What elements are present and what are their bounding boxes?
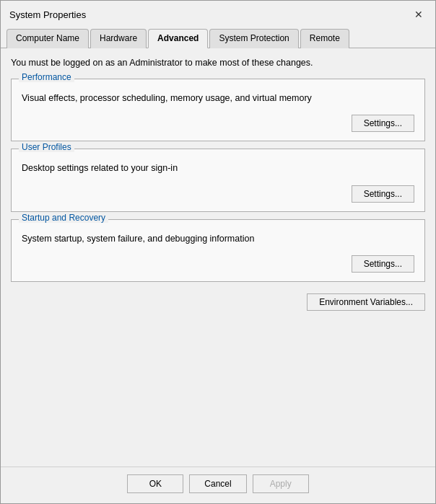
user-profiles-description: Desktop settings related to your sign-in xyxy=(22,162,414,175)
title-bar: System Properties ✕ xyxy=(1,1,435,25)
tab-bar: Computer Name Hardware Advanced System P… xyxy=(1,25,435,48)
close-button[interactable]: ✕ xyxy=(411,6,427,22)
startup-recovery-settings-button[interactable]: Settings... xyxy=(352,255,414,273)
performance-description: Visual effects, processor scheduling, me… xyxy=(22,92,414,105)
cancel-button[interactable]: Cancel xyxy=(189,474,246,493)
system-properties-window: System Properties ✕ Computer Name Hardwa… xyxy=(0,0,436,504)
tab-remote[interactable]: Remote xyxy=(300,29,349,48)
performance-legend: Performance xyxy=(19,72,74,82)
startup-recovery-legend: Startup and Recovery xyxy=(19,213,108,223)
startup-recovery-section: Startup and Recovery System startup, sys… xyxy=(11,219,425,283)
tab-computer-name[interactable]: Computer Name xyxy=(6,29,89,48)
window-title: System Properties xyxy=(9,9,86,20)
env-variables-row: Environment Variables... xyxy=(11,293,425,311)
tab-hardware[interactable]: Hardware xyxy=(90,29,147,48)
environment-variables-button[interactable]: Environment Variables... xyxy=(307,293,425,311)
apply-button[interactable]: Apply xyxy=(253,474,309,493)
performance-settings-button[interactable]: Settings... xyxy=(352,115,414,132)
admin-notice: You must be logged on as an Administrato… xyxy=(11,57,425,70)
startup-recovery-description: System startup, system failure, and debu… xyxy=(22,233,414,246)
user-profiles-legend: User Profiles xyxy=(19,142,74,152)
user-profiles-section: User Profiles Desktop settings related t… xyxy=(11,149,425,212)
ok-button[interactable]: OK xyxy=(127,474,183,493)
tab-content: You must be logged on as an Administrato… xyxy=(1,48,435,467)
footer: OK Cancel Apply xyxy=(1,467,435,503)
performance-section: Performance Visual effects, processor sc… xyxy=(11,79,425,142)
tab-system-protection[interactable]: System Protection xyxy=(209,29,298,48)
user-profiles-settings-button[interactable]: Settings... xyxy=(352,185,414,203)
tab-advanced[interactable]: Advanced xyxy=(148,29,208,48)
